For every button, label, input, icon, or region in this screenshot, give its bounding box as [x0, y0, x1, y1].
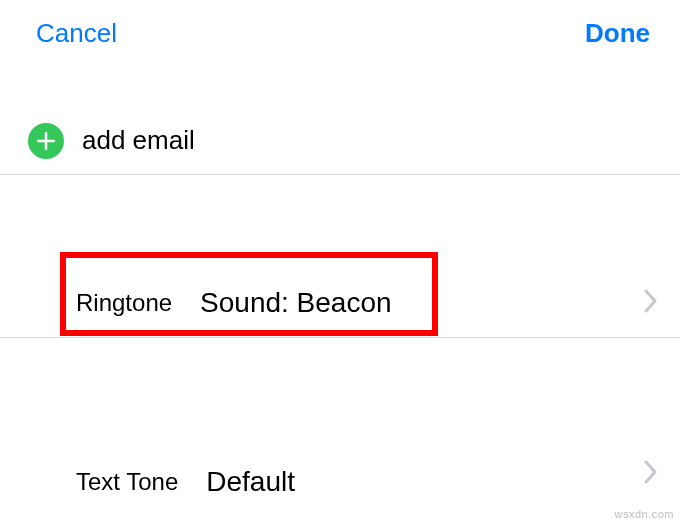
- ringtone-label: Ringtone: [76, 289, 172, 317]
- texttone-value: Default: [206, 466, 295, 498]
- chevron-right-icon: [644, 460, 658, 488]
- chevron-right-icon: [644, 289, 658, 317]
- done-button[interactable]: Done: [585, 18, 650, 49]
- add-email-row[interactable]: add email: [0, 107, 680, 175]
- watermark-text: wsxdn.com: [614, 508, 674, 520]
- ringtone-row[interactable]: Ringtone Sound: Beacon: [0, 269, 680, 338]
- texttone-row[interactable]: Text Tone Default: [0, 440, 680, 508]
- nav-bar: Cancel Done: [0, 0, 680, 67]
- cancel-button[interactable]: Cancel: [36, 18, 117, 49]
- plus-circle-icon: [28, 123, 64, 159]
- add-email-label: add email: [82, 125, 195, 156]
- texttone-label: Text Tone: [76, 468, 178, 496]
- ringtone-value: Sound: Beacon: [200, 287, 392, 319]
